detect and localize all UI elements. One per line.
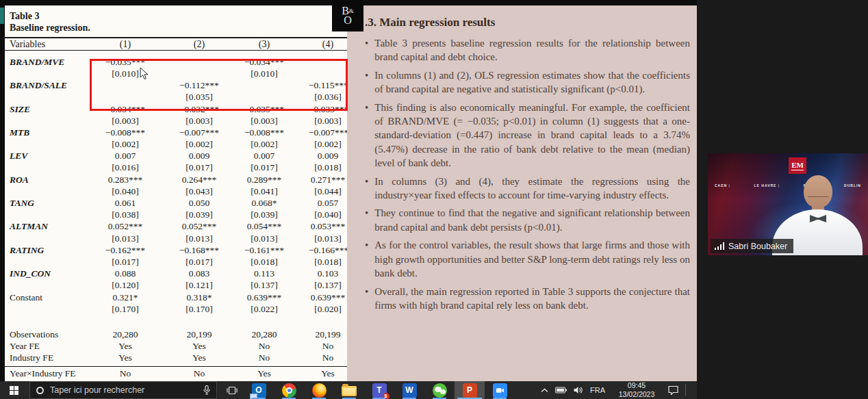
cell-value: [0.017] (220, 162, 309, 173)
bullet-text: In columns (3) and (4), they estimate th… (374, 175, 690, 203)
slide-bullet: •They continue to find that the negative… (365, 206, 690, 234)
presentation-slide: .3. Main regression results •Table 3 pre… (347, 5, 697, 381)
row-label: Year FE (5, 341, 72, 352)
cell-value: [0.018] (309, 162, 347, 173)
table-row-footer: Industry FEYesYesNoNo (5, 352, 347, 364)
tray-time: 09:45 (628, 381, 646, 389)
cell-value: [0.043] (179, 186, 220, 197)
row-label: RATING (5, 245, 72, 256)
table-row-stderr: [0.120][0.121][0.137][0.137] (5, 280, 347, 292)
taskbar-app-teams[interactable]: T$ (364, 381, 394, 399)
table-row-stderr: [0.013][0.013][0.013][0.013] (5, 233, 347, 244)
cell-value: 0.639*** (220, 292, 309, 303)
cell-value: 20,280 (220, 329, 309, 340)
task-view-icon (227, 386, 238, 395)
taskbar-app-outlook[interactable]: O (244, 381, 274, 399)
bullet-text: They continue to find that the negative … (374, 206, 690, 234)
slide-bullet: •This finding is also economically meani… (365, 101, 690, 170)
cell-value: [0.040] (72, 186, 179, 197)
cell-value: [0.039] (179, 209, 220, 220)
taskbar-app-zoom[interactable] (485, 381, 515, 399)
taskbar-app-powerpoint[interactable]: P (455, 381, 485, 399)
windows-logo-icon (10, 386, 18, 395)
cell-value: Yes (179, 352, 220, 363)
microphone-icon[interactable] (203, 385, 210, 395)
row-label: TANG (5, 198, 72, 209)
cell-value: −0.162*** (72, 245, 179, 256)
row-label: ROA (5, 175, 72, 185)
slide-bullet: •Overall, the main regression reported i… (365, 285, 690, 313)
cell-value: [0.020] (309, 304, 347, 315)
window-edge-left (0, 0, 5, 381)
cell-value: [0.013] (72, 233, 179, 244)
taskbar-app-file-explorer[interactable] (334, 381, 364, 399)
cell-value: Yes (72, 341, 179, 352)
cell-value: [0.120] (72, 280, 179, 291)
clock[interactable]: 09:45 13/02/2023 (612, 381, 661, 398)
slide-bullet: •In columns (3) and (4), they estimate t… (365, 175, 690, 203)
cell-value: 0.318* (179, 292, 220, 303)
start-button[interactable] (0, 381, 27, 399)
task-view-button[interactable] (222, 381, 242, 399)
cell-value: −0.008*** (220, 127, 309, 138)
cell-value: [0.002] (72, 139, 179, 150)
cell-value: 0.088 (72, 268, 179, 279)
bullet-text: As for the control variables, the result… (374, 238, 690, 280)
row-label: Observations (5, 329, 72, 340)
cell-value: [0.137] (220, 280, 309, 291)
cell-value: [0.038] (72, 209, 179, 220)
cell-value: No (309, 341, 347, 352)
powerpoint-icon: P (463, 383, 477, 398)
teams-icon: T$ (372, 383, 387, 398)
cell-value: 0.289*** (220, 175, 309, 185)
table-row-stderr: [0.170][0.170][0.022][0.020] (5, 303, 347, 315)
cell-value: [0.017] (179, 162, 220, 173)
row-label: Constant (5, 292, 72, 303)
taskbar-search-box[interactable]: Taper ici pour rechercher (29, 381, 217, 399)
cell-value: 0.050 (179, 198, 220, 209)
cell-value: 0.083 (179, 268, 220, 279)
speaker-glasses (808, 191, 828, 197)
col-header: (4) (309, 39, 347, 50)
cell-value: [0.013] (179, 233, 220, 244)
table-row-estimate: TANG0.0610.0500.068*0.057 (5, 197, 347, 209)
taskbar-app-chrome[interactable] (274, 381, 304, 399)
bullet-text: Overall, the main regression reported in… (374, 285, 690, 313)
cell-value: 20,199 (309, 329, 347, 340)
bullet-marker: • (365, 68, 368, 96)
language-indicator[interactable]: FRA (590, 386, 605, 394)
bo-logo-icon: B&O (342, 6, 354, 25)
tray-date: 13/02/2023 (619, 390, 655, 398)
taskbar-app-firefox[interactable] (304, 381, 334, 399)
taskbar-app-word[interactable]: W (394, 381, 424, 399)
taskbar: Taper ici pour rechercher OT$WP (0, 381, 697, 399)
tray-chevron-icon[interactable] (541, 388, 548, 393)
table-row-estimate: ROA0.283***0.264***0.289***0.271*** (5, 174, 347, 185)
bullet-text: In columns (1) and (2), OLS regression e… (374, 68, 690, 96)
cell-value: 0.321* (72, 292, 179, 303)
table-row-estimate: MTB−0.008***−0.007***−0.008***−0.007*** (5, 127, 347, 138)
row-label: IND_CON (5, 268, 72, 279)
tray-divider (685, 384, 686, 396)
taskbar-app-wechat[interactable] (424, 381, 455, 399)
table-row-estimate: Constant0.321*0.318*0.639***0.639*** (5, 292, 347, 303)
cell-value: 0.053*** (309, 221, 347, 232)
notification-icon[interactable] (668, 385, 678, 395)
cell-value: No (309, 352, 347, 363)
table-row-stderr: [0.040][0.043][0.041][0.044] (5, 185, 347, 197)
table-row-estimate: IND_CON0.0880.0830.1130.103 (5, 268, 347, 280)
cell-value: 0.007 (220, 151, 309, 162)
battery-icon[interactable] (555, 387, 567, 394)
cell-value: [0.022] (220, 304, 309, 315)
speaker-icon[interactable] (574, 386, 583, 394)
bullet-text: Table 3 presents baseline regression res… (374, 36, 690, 64)
webcam-tile[interactable]: CAENLE HAVREPARISDUBLIN EM Sabri Boubake… (708, 153, 868, 255)
slide-heading: .3. Main regression results (365, 15, 690, 30)
slide-bullet: •Table 3 presents baseline regression re… (365, 36, 690, 64)
cell-value: 0.061 (72, 198, 179, 209)
table-row-estimate: LEV0.0070.0090.0070.009 (5, 151, 347, 162)
wechat-icon (433, 383, 447, 398)
highlight-annotation-box (90, 59, 348, 111)
cell-value: [0.170] (179, 304, 220, 315)
word-icon: W (403, 383, 417, 398)
